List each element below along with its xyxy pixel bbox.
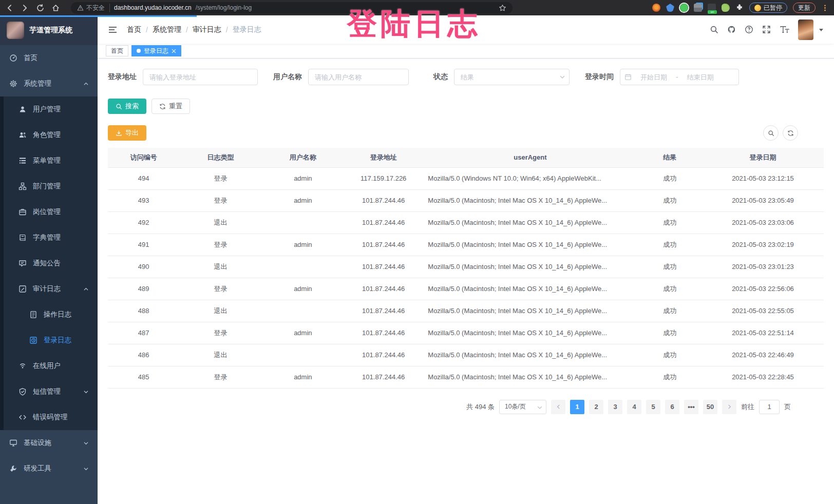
- page-size-select[interactable]: 10条/页: [499, 400, 546, 414]
- cell-ua: Mozilla/5.0 (Macintosh; Intel Mac OS X 1…: [423, 211, 637, 234]
- tab-首页[interactable]: 首页: [106, 45, 128, 56]
- date-range-picker[interactable]: -: [620, 69, 739, 85]
- sidebar-item-online-users[interactable]: 在线用户: [0, 353, 98, 379]
- toggle-search-button[interactable]: [763, 125, 779, 141]
- breadcrumb-item[interactable]: 系统管理: [153, 25, 181, 34]
- cell-ua: Mozilla/5.0 (Macintosh; Intel Mac OS X 1…: [423, 322, 637, 344]
- login-address-input[interactable]: [143, 69, 258, 85]
- table-toolbar: 导出: [108, 125, 824, 141]
- chevron-down-icon: [559, 74, 565, 80]
- search-icon: [116, 103, 122, 110]
- reset-button[interactable]: 重置: [151, 99, 190, 114]
- browser-update-button[interactable]: 更新: [793, 3, 816, 13]
- search-button[interactable]: 搜索: [108, 99, 146, 114]
- sidebar-item-label: 研发工具: [24, 464, 51, 473]
- close-icon[interactable]: [172, 49, 176, 53]
- cell-type: 登录: [179, 366, 261, 388]
- header-search-icon[interactable]: [710, 25, 718, 34]
- sidebar-item-notice-announcement[interactable]: 通知公告: [0, 250, 98, 276]
- user-avatar[interactable]: [798, 20, 813, 40]
- page-button-3[interactable]: 3: [608, 400, 622, 414]
- sidebar-item-menu-management[interactable]: 菜单管理: [0, 148, 98, 173]
- fullscreen-icon[interactable]: [762, 25, 771, 34]
- sidebar-item-label: 角色管理: [33, 130, 61, 140]
- sidebar-item-error-code-management[interactable]: 错误码管理: [0, 404, 98, 430]
- breadcrumb-separator: /: [186, 26, 188, 34]
- browser-menu-icon[interactable]: [821, 4, 829, 12]
- more-pages-button[interactable]: •••: [684, 400, 698, 414]
- browser-home-button[interactable]: [51, 4, 60, 12]
- cell-ua: Mozilla/5.0 (Macintosh; Intel Mac OS X 1…: [423, 189, 637, 211]
- github-icon[interactable]: [727, 25, 736, 34]
- extension-gem-icon[interactable]: [666, 4, 674, 12]
- page-button-6[interactable]: 6: [665, 400, 679, 414]
- sidebar-item-user-management[interactable]: 用户管理: [0, 96, 98, 122]
- chevron-left-icon: [556, 404, 561, 410]
- cell-result: 成功: [638, 189, 702, 211]
- dashboard-icon: [9, 54, 17, 62]
- page-button-50[interactable]: 50: [703, 400, 717, 414]
- security-warning[interactable]: 不安全: [77, 4, 110, 12]
- extension-grid-icon[interactable]: [694, 4, 702, 12]
- sidebar-item-dev-tools[interactable]: 研发工具: [0, 456, 98, 481]
- page-button-1[interactable]: 1: [570, 400, 584, 414]
- sidebar-item-operation-log[interactable]: 操作日志: [0, 302, 98, 327]
- extension-orange-icon[interactable]: [652, 4, 660, 12]
- address-bar[interactable]: 不安全 dashboard.yudao.iocoder.cn/system/lo…: [71, 2, 513, 14]
- breadcrumb-item[interactable]: 首页: [127, 25, 141, 34]
- breadcrumb-item[interactable]: 审计日志: [193, 25, 221, 34]
- sidebar-toggle-icon[interactable]: [108, 26, 118, 34]
- breadcrumb-separator: /: [146, 26, 148, 34]
- sidebar-item-system-management[interactable]: 系统管理: [0, 71, 98, 96]
- sidebar-item-sms-management[interactable]: 短信管理: [0, 379, 98, 404]
- avatar-caret-down-icon[interactable]: [819, 27, 824, 32]
- sidebar-item-infrastructure[interactable]: 基础设施: [0, 430, 98, 456]
- sidebar-logo[interactable]: 芋道管理系统: [0, 15, 98, 45]
- status-select[interactable]: [454, 69, 570, 85]
- browser-reload-button[interactable]: [36, 4, 45, 12]
- browser-forward-button[interactable]: [21, 4, 29, 12]
- refresh-table-button[interactable]: [783, 125, 798, 141]
- sidebar-item-role-management[interactable]: 角色管理: [0, 122, 98, 148]
- profile-paused-badge[interactable]: 已暂停: [749, 3, 787, 13]
- login-time-label: 登录时间: [585, 72, 614, 82]
- start-date-input[interactable]: [634, 73, 674, 81]
- export-button[interactable]: 导出: [108, 125, 146, 141]
- online-icon: [18, 362, 27, 370]
- extensions-puzzle-icon[interactable]: [735, 4, 744, 12]
- page-button-5[interactable]: 5: [646, 400, 660, 414]
- pagination: 共 494 条 10条/页 123456•••50 前往 页: [108, 400, 824, 414]
- next-page-button[interactable]: [722, 400, 736, 414]
- prev-page-button[interactable]: [551, 400, 565, 414]
- sidebar-item-label: 用户管理: [33, 105, 61, 114]
- extension-green-circle-icon[interactable]: [680, 4, 688, 12]
- username-input[interactable]: [308, 69, 409, 85]
- page-button-2[interactable]: 2: [589, 400, 603, 414]
- bookmark-star-icon[interactable]: [499, 4, 506, 12]
- treetable-icon: [18, 157, 27, 165]
- sidebar-item-post-management[interactable]: 岗位管理: [0, 199, 98, 225]
- help-icon[interactable]: [745, 25, 753, 34]
- table-row: 490退出101.87.244.46Mozilla/5.0 (Macintosh…: [108, 256, 824, 278]
- sidebar-item-dept-management[interactable]: 部门管理: [0, 173, 98, 199]
- refresh-icon: [787, 130, 794, 137]
- extension-plant-icon[interactable]: [722, 4, 730, 12]
- sidebar-item-dict-management[interactable]: 字典管理: [0, 225, 98, 250]
- tab-登录日志[interactable]: 登录日志: [131, 45, 181, 56]
- cell-date: 2021-05-03 23:03:06: [702, 211, 824, 234]
- chevron-up-icon: [83, 286, 89, 292]
- cell-user: [262, 344, 344, 366]
- download-icon: [116, 130, 122, 137]
- sidebar-item-login-log[interactable]: 登录日志: [0, 327, 98, 353]
- extension-list-icon[interactable]: on: [708, 4, 716, 12]
- sidebar-item-home[interactable]: 首页: [0, 45, 98, 71]
- font-size-icon[interactable]: [780, 25, 789, 34]
- page-button-4[interactable]: 4: [627, 400, 641, 414]
- tab-label: 首页: [111, 47, 123, 55]
- end-date-input[interactable]: [680, 73, 721, 81]
- browser-back-button[interactable]: [5, 4, 14, 12]
- sidebar-item-label: 短信管理: [33, 387, 61, 396]
- sidebar-item-audit-log[interactable]: 审计日志: [0, 276, 98, 302]
- goto-page-input[interactable]: [759, 400, 780, 414]
- sidebar-item-label: 部门管理: [33, 182, 61, 191]
